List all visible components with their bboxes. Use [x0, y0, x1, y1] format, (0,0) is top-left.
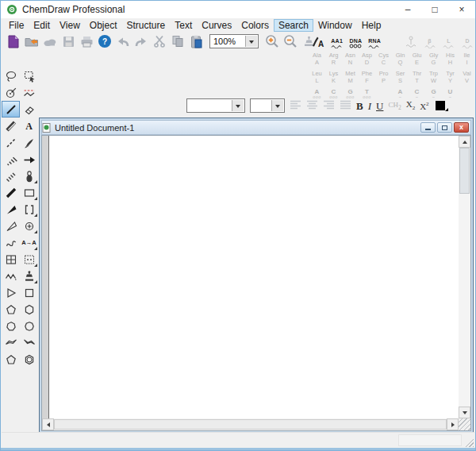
cyclopentadiene-ring-tool[interactable] [2, 351, 20, 368]
bold-button[interactable]: B [356, 101, 363, 111]
formula-button[interactable]: CH2 [388, 101, 401, 111]
marquee-tool[interactable] [20, 67, 38, 84]
horizontal-scroll-thumb[interactable] [54, 419, 447, 430]
italic-button[interactable]: I [368, 101, 371, 111]
menu-view[interactable]: View [55, 19, 85, 32]
l-amino-tool[interactable]: L [440, 38, 459, 48]
minimize-button[interactable]: – [394, 1, 421, 18]
drawing-canvas[interactable] [48, 136, 459, 418]
solid-bond-tool[interactable] [2, 101, 20, 118]
menu-colors[interactable]: Colors [236, 19, 274, 32]
structure-perspective-tool[interactable] [2, 84, 20, 101]
aa-asn-button[interactable]: AsnN [342, 51, 359, 67]
wedge-bond-tool[interactable] [2, 201, 20, 218]
atom-to-atom-tool[interactable]: A→A [20, 234, 38, 251]
color-swatch-button[interactable] [436, 101, 445, 110]
hashed-wedge-bond-tool[interactable] [2, 151, 20, 168]
lasso-tool[interactable] [2, 67, 20, 84]
font-dropdown-button[interactable] [232, 100, 244, 111]
drawing-rectangle-tool[interactable] [20, 184, 38, 201]
aa-glu-button[interactable]: GluE [409, 51, 425, 67]
open-button[interactable] [24, 33, 40, 49]
open-cloud-button[interactable] [42, 33, 58, 49]
chemical-symbol-tool[interactable] [20, 218, 38, 234]
redo-button[interactable] [133, 33, 149, 49]
orbital-tool[interactable] [20, 168, 38, 184]
aa-arg-button[interactable]: ArgR [325, 51, 342, 67]
zoom-out-button[interactable] [282, 33, 298, 49]
scrollbar-corner-resize-grip[interactable] [459, 418, 470, 430]
beta-amino-tool[interactable]: β [420, 38, 440, 48]
subscript-button[interactable]: X2 [406, 99, 415, 111]
new-document-button[interactable] [6, 33, 21, 49]
rna-tool[interactable]: RNA [365, 38, 384, 48]
aa-val-button[interactable]: ValV [459, 69, 475, 85]
align-center-button[interactable] [306, 98, 318, 113]
underline-button[interactable]: U [376, 101, 383, 111]
peptide-aa1-tool[interactable]: AA1 [328, 38, 347, 48]
aa-thr-button[interactable]: ThrT [409, 69, 425, 85]
document-close-button[interactable]: x [454, 122, 469, 133]
aa-asp-button[interactable]: AspD [359, 51, 375, 67]
cyclopentane-ring-tool[interactable] [2, 301, 20, 318]
vertical-scrollbar[interactable] [459, 136, 470, 418]
template-stamp-tool[interactable] [20, 268, 38, 284]
document-restore-button[interactable] [437, 122, 452, 133]
zoom-dropdown-button[interactable] [245, 36, 257, 47]
cyclopropane-ring-tool[interactable] [2, 284, 20, 301]
undo-button[interactable] [115, 33, 131, 49]
scroll-right-button[interactable] [447, 418, 459, 430]
menu-structure[interactable]: Structure [122, 19, 171, 32]
close-button[interactable]: × [448, 1, 475, 18]
document-minimize-button[interactable] [420, 122, 436, 133]
aa-gln-button[interactable]: GlnQ [392, 51, 409, 67]
dashed-bond-tool[interactable] [2, 134, 20, 151]
aa-gly-button[interactable]: GlyG [425, 51, 442, 67]
cyclooctane-ring-tool[interactable] [20, 318, 38, 334]
benzene-ring-tool[interactable] [20, 351, 38, 368]
font-size-combobox[interactable] [250, 98, 285, 113]
aa-met-button[interactable]: MetM [342, 69, 359, 85]
chair-cyclohexane-tool-2[interactable] [20, 334, 38, 351]
aa-ser-button[interactable]: SerS [392, 69, 409, 85]
scroll-down-button[interactable] [459, 407, 470, 418]
document-title-bar[interactable]: Untitled Document-1 x [41, 120, 471, 135]
aa-lys-button[interactable]: LysK [325, 69, 342, 85]
aa-ala-button[interactable]: AlaA [309, 51, 325, 67]
cyclobutane-ring-tool[interactable] [20, 284, 38, 301]
wavy-bond-tool[interactable] [2, 234, 20, 251]
font-family-combobox[interactable] [186, 98, 245, 113]
save-button[interactable] [60, 33, 76, 49]
scroll-up-button[interactable] [459, 136, 470, 148]
text-tool[interactable]: A [20, 118, 38, 134]
cycloheptane-ring-tool[interactable] [2, 318, 20, 334]
align-justify-button[interactable] [340, 98, 351, 113]
size-dropdown-button[interactable] [271, 100, 283, 111]
cyclohexane-ring-tool[interactable] [20, 301, 38, 318]
aa-phe-button[interactable]: PheF [359, 69, 375, 85]
constrain-tool[interactable] [20, 84, 38, 101]
copy-button[interactable] [170, 33, 186, 49]
horizontal-scrollbar[interactable] [42, 418, 459, 430]
bold-bond-tool[interactable] [2, 184, 20, 201]
help-button[interactable]: ? [97, 33, 113, 49]
vertical-scroll-thumb[interactable] [459, 148, 470, 194]
aa-pro-button[interactable]: ProP [375, 69, 392, 85]
hollow-wedge-bond-tool[interactable] [2, 218, 20, 234]
bracket-tool[interactable] [20, 201, 38, 218]
align-left-button[interactable] [290, 98, 301, 113]
menu-file[interactable]: File [4, 19, 29, 32]
paste-button[interactable] [188, 33, 204, 49]
chair-cyclohexane-tool-1[interactable] [2, 334, 20, 351]
menu-object[interactable]: Object [85, 19, 122, 32]
acyclic-chain-tool[interactable] [2, 268, 20, 284]
menu-curves[interactable]: Curves [197, 19, 236, 32]
title-bar[interactable]: ChemDraw Professional – □ × [1, 1, 475, 18]
templates-tool[interactable] [20, 251, 38, 268]
aa-ile-button[interactable]: IleI [459, 51, 475, 67]
multiple-bond-tool[interactable] [2, 118, 20, 134]
superscript-button[interactable]: X2 [420, 101, 428, 111]
align-right-button[interactable] [323, 98, 335, 113]
maximize-button[interactable]: □ [421, 1, 448, 18]
window-resize-grip[interactable] [463, 437, 474, 447]
